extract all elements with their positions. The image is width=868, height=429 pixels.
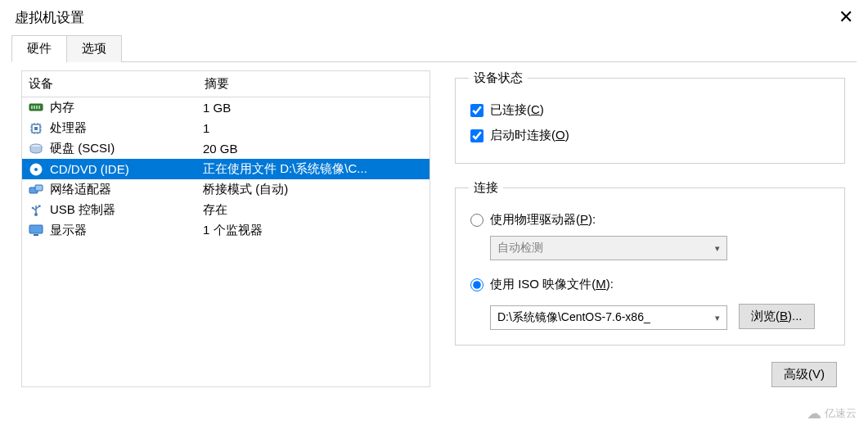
browse-button[interactable]: 浏览(B)... — [739, 304, 815, 329]
memory-icon — [27, 101, 45, 115]
device-label: 网络适配器 — [50, 182, 203, 197]
iso-radio-row[interactable]: 使用 ISO 映像文件(M): — [469, 272, 831, 297]
cd-icon — [27, 162, 45, 177]
chevron-down-icon: ▾ — [715, 243, 720, 254]
device-summary: 存在 — [203, 202, 425, 218]
title-bar: 虚拟机设置 ✕ — [0, 0, 868, 31]
disk-icon — [27, 142, 45, 156]
device-summary: 1 — [203, 121, 425, 135]
connected-checkbox-row[interactable]: 已连接(C) — [469, 97, 831, 123]
tabs-row: 硬件 选项 — [11, 34, 857, 62]
device-status-group: 设备状态 已连接(C) 启动时连接(O) — [455, 70, 845, 164]
header-summary: 摘要 — [205, 76, 229, 92]
physical-drive-radio[interactable] — [470, 214, 483, 227]
device-row[interactable]: 硬盘 (SCSI)20 GB — [22, 138, 430, 159]
device-row[interactable]: CD/DVD (IDE)正在使用文件 D:\系统镜像\C... — [22, 159, 430, 179]
device-label: USB 控制器 — [50, 202, 203, 218]
watermark: ☁ 亿速云 — [807, 404, 857, 422]
device-row[interactable]: 处理器1 — [22, 118, 430, 138]
svg-rect-3 — [36, 106, 38, 109]
tab-options[interactable]: 选项 — [66, 35, 122, 62]
device-label: CD/DVD (IDE) — [50, 162, 203, 176]
device-label: 内存 — [50, 100, 203, 115]
connected-label: 已连接(C) — [490, 102, 544, 118]
main-content: 设备 摘要 内存1 GB处理器1硬盘 (SCSI)20 GBCD/DVD (ID… — [0, 62, 868, 395]
device-row[interactable]: USB 控制器存在 — [22, 200, 430, 220]
physical-drive-combo: 自动检测 ▾ — [490, 236, 727, 260]
physical-drive-label: 使用物理驱动器(P): — [490, 212, 596, 228]
window-title: 虚拟机设置 — [15, 8, 84, 27]
tabs-area: 硬件 选项 — [0, 31, 868, 62]
display-icon — [27, 224, 45, 238]
device-summary: 正在使用文件 D:\系统镜像\C... — [203, 161, 425, 177]
net-icon — [27, 183, 45, 197]
advanced-button[interactable]: 高级(V) — [771, 362, 837, 387]
svg-point-24 — [32, 206, 34, 209]
device-label: 硬盘 (SCSI) — [50, 141, 203, 156]
svg-rect-27 — [34, 234, 38, 236]
iso-path-input[interactable]: D:\系统镜像\CentOS-7.6-x86_ ▾ — [490, 305, 727, 330]
cloud-icon: ☁ — [807, 404, 821, 422]
close-button[interactable]: ✕ — [834, 7, 858, 28]
device-row[interactable]: 显示器1 个监视器 — [22, 220, 430, 241]
connection-group: 连接 使用物理驱动器(P): 自动检测 ▾ 使用 ISO 映像文件(M): D: — [455, 180, 845, 345]
device-list: 内存1 GB处理器1硬盘 (SCSI)20 GBCD/DVD (IDE)正在使用… — [22, 97, 430, 241]
svg-rect-4 — [38, 106, 40, 109]
device-summary: 桥接模式 (自动) — [203, 182, 425, 197]
device-header: 设备 摘要 — [22, 71, 430, 97]
device-list-panel: 设备 摘要 内存1 GB处理器1硬盘 (SCSI)20 GBCD/DVD (ID… — [21, 70, 430, 387]
svg-rect-19 — [35, 185, 43, 191]
svg-rect-2 — [34, 106, 35, 109]
cpu-icon — [27, 121, 45, 136]
right-panel: 设备状态 已连接(C) 启动时连接(O) 连接 使用物理驱动器(P): — [455, 70, 853, 387]
svg-rect-1 — [31, 106, 33, 109]
connected-checkbox[interactable] — [470, 104, 483, 117]
device-summary: 1 个监视器 — [203, 223, 425, 238]
iso-radio[interactable] — [470, 278, 483, 291]
usb-icon — [27, 203, 45, 218]
svg-rect-26 — [29, 225, 43, 233]
connect-on-start-checkbox[interactable] — [470, 129, 483, 142]
iso-path-row: D:\系统镜像\CentOS-7.6-x86_ ▾ 浏览(B)... — [469, 302, 831, 330]
device-summary: 20 GB — [203, 142, 425, 156]
iso-label: 使用 ISO 映像文件(M): — [490, 277, 614, 292]
connection-legend: 连接 — [469, 180, 503, 196]
physical-drive-radio-row[interactable]: 使用物理驱动器(P): — [469, 207, 831, 233]
chevron-down-icon: ▾ — [715, 313, 720, 323]
device-label: 处理器 — [50, 120, 203, 136]
device-row[interactable]: 内存1 GB — [22, 97, 430, 118]
connect-on-start-label: 启动时连接(O) — [490, 128, 569, 143]
device-summary: 1 GB — [203, 101, 425, 115]
device-status-legend: 设备状态 — [469, 70, 528, 86]
svg-point-17 — [34, 168, 38, 171]
connect-on-start-checkbox-row[interactable]: 启动时连接(O) — [469, 123, 831, 148]
advanced-row: 高级(V) — [455, 362, 845, 387]
svg-rect-25 — [38, 205, 41, 207]
device-row[interactable]: 网络适配器桥接模式 (自动) — [22, 179, 430, 200]
device-label: 显示器 — [50, 223, 203, 238]
tab-hardware[interactable]: 硬件 — [11, 35, 67, 62]
header-device: 设备 — [29, 76, 205, 92]
svg-rect-6 — [34, 127, 38, 130]
